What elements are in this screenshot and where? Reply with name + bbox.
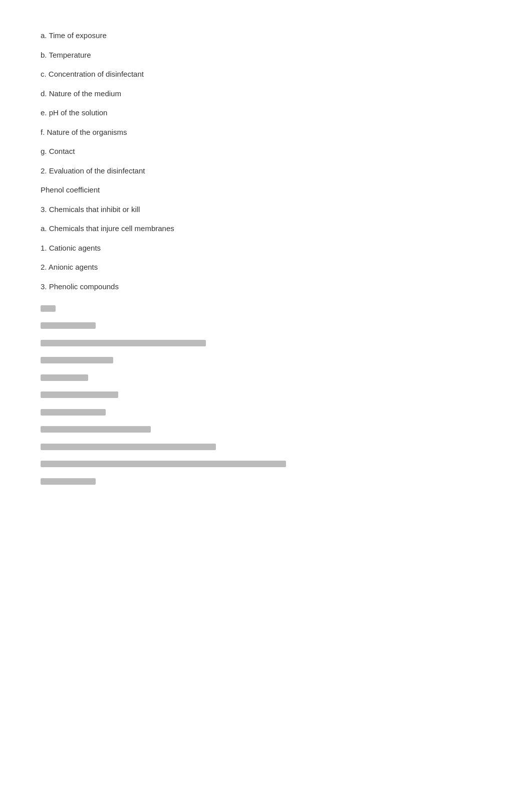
item-b-temperature: b. Temperature bbox=[41, 50, 491, 61]
item-a-time: a. Time of exposure bbox=[41, 30, 491, 42]
item-f-nature-organisms: f. Nature of the organisms bbox=[41, 127, 491, 138]
item-e-ph: e. pH of the solution bbox=[41, 107, 491, 119]
blurred-item-10 bbox=[41, 458, 491, 470]
blurred-item-9 bbox=[41, 441, 491, 452]
blurred-item-8 bbox=[41, 424, 491, 435]
item-2-anionic: 2. Anionic agents bbox=[41, 262, 491, 273]
item-2-evaluation: 2. Evaluation of the disinfectant bbox=[41, 165, 491, 177]
item-a-injure-membranes: a. Chemicals that injure cell membranes bbox=[41, 223, 491, 235]
blurred-item-5 bbox=[41, 371, 491, 383]
item-d-nature-medium: d. Nature of the medium bbox=[41, 88, 491, 100]
blurred-item-3 bbox=[41, 337, 491, 348]
blurred-item-6 bbox=[41, 389, 491, 401]
main-content: a. Time of exposure b. Temperature c. Co… bbox=[41, 30, 491, 487]
blurred-item-11 bbox=[41, 475, 491, 487]
blurred-item-2 bbox=[41, 320, 491, 331]
blurred-item-4 bbox=[41, 354, 491, 366]
item-3-phenolic: 3. Phenolic compounds bbox=[41, 281, 491, 293]
blurred-item-7 bbox=[41, 406, 491, 418]
item-phenol-coefficient: Phenol coefficient bbox=[41, 184, 491, 196]
blurred-item-1 bbox=[41, 302, 491, 314]
item-1-cationic: 1. Cationic agents bbox=[41, 243, 491, 254]
item-g-contact: g. Contact bbox=[41, 146, 491, 157]
item-c-concentration: c. Concentration of disinfectant bbox=[41, 69, 491, 80]
item-3-chemicals: 3. Chemicals that inhibit or kill bbox=[41, 204, 491, 216]
